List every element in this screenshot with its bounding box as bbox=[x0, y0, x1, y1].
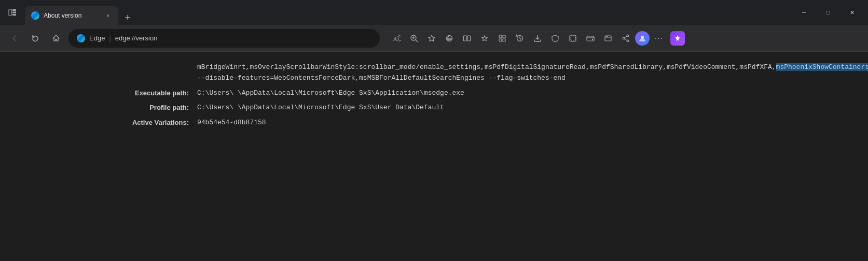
sidebar-toggle-button[interactable] bbox=[4, 4, 21, 21]
edge-wallet-button[interactable] bbox=[582, 30, 599, 47]
back-button[interactable] bbox=[6, 30, 23, 47]
svg-rect-12 bbox=[467, 36, 471, 41]
svg-rect-15 bbox=[499, 39, 502, 41]
minimize-button[interactable]: ─ bbox=[792, 4, 816, 21]
active-variations-row: Active Variations: 94b54e54-d8b87158 bbox=[21, 118, 847, 128]
address-field[interactable]: Edge | edge://version bbox=[68, 29, 380, 48]
read-aloud-button[interactable]: A bbox=[388, 30, 405, 47]
profile-avatar[interactable] bbox=[635, 31, 650, 46]
window-controls: ─ □ ✕ bbox=[792, 4, 864, 21]
browser-essentials-button[interactable] bbox=[441, 30, 458, 47]
active-variations-label: Active Variations: bbox=[21, 118, 197, 128]
flags-line1: mBridgeWinrt,msOverlayScrollbarWinStyle:… bbox=[197, 63, 776, 71]
tab-favicon bbox=[31, 11, 39, 20]
refresh-button[interactable] bbox=[27, 30, 44, 47]
profile-path-row: Profile path: C:\Users\ \AppData\Local\M… bbox=[21, 103, 847, 113]
tab-group: About version × + bbox=[25, 0, 135, 25]
more-button[interactable]: ··· bbox=[651, 30, 667, 47]
svg-point-24 bbox=[627, 35, 629, 37]
new-tab-button[interactable]: + bbox=[120, 10, 135, 25]
svg-line-6 bbox=[416, 40, 418, 42]
toolbar-icons: A bbox=[388, 30, 685, 47]
svg-point-23 bbox=[607, 36, 608, 37]
close-button[interactable]: ✕ bbox=[840, 4, 864, 21]
svg-point-20 bbox=[592, 38, 593, 39]
maximize-button[interactable]: □ bbox=[816, 4, 840, 21]
titlebar-left bbox=[4, 4, 21, 21]
svg-rect-18 bbox=[570, 35, 576, 41]
svg-rect-2 bbox=[12, 12, 16, 13]
collections-button[interactable] bbox=[494, 30, 511, 47]
svg-point-25 bbox=[627, 40, 629, 42]
svg-rect-13 bbox=[499, 35, 502, 38]
svg-line-27 bbox=[625, 36, 627, 38]
profile-path-value: C:\Users\ \AppData\Local\Microsoft\Edge … bbox=[197, 103, 847, 113]
browser-view-button[interactable] bbox=[600, 30, 616, 47]
svg-point-22 bbox=[606, 36, 607, 37]
address-url: edge://version bbox=[115, 34, 158, 42]
split-screen-button[interactable] bbox=[459, 30, 475, 47]
shield-button[interactable] bbox=[547, 30, 563, 47]
favorites-collection-button[interactable] bbox=[476, 30, 493, 47]
addressbar: Edge | edge://version A bbox=[0, 25, 868, 52]
svg-rect-19 bbox=[587, 36, 594, 41]
home-button[interactable] bbox=[48, 30, 64, 47]
svg-point-26 bbox=[623, 37, 625, 39]
edge-brand-label: Edge bbox=[89, 34, 105, 42]
tab-close-button[interactable]: × bbox=[104, 11, 112, 20]
svg-rect-1 bbox=[12, 9, 16, 11]
tab-about-version[interactable]: About version × bbox=[25, 6, 118, 25]
downloads-button[interactable] bbox=[529, 30, 546, 47]
profile-path-label: Profile path: bbox=[21, 103, 197, 113]
more-icon: ··· bbox=[655, 34, 663, 43]
zoom-button[interactable] bbox=[406, 30, 422, 47]
content-area: mBridgeWinrt,msOverlayScrollbarWinStyle:… bbox=[0, 52, 868, 261]
flags-text-block: mBridgeWinrt,msOverlayScrollbarWinStyle:… bbox=[197, 62, 847, 84]
svg-rect-16 bbox=[503, 39, 505, 41]
extensions-button[interactable] bbox=[564, 30, 581, 47]
executable-path-value: C:\Users\ \AppData\Local\Microsoft\Edge … bbox=[197, 88, 847, 99]
share-button[interactable] bbox=[617, 30, 634, 47]
tab-title: About version bbox=[44, 12, 100, 19]
executable-path-label: Executable path: bbox=[21, 88, 197, 99]
titlebar: About version × + ─ □ ✕ bbox=[0, 0, 868, 25]
svg-rect-0 bbox=[9, 9, 11, 16]
address-separator: | bbox=[109, 34, 111, 42]
svg-rect-14 bbox=[503, 35, 505, 38]
content-body: mBridgeWinrt,msOverlayScrollbarWinStyle:… bbox=[21, 62, 847, 133]
svg-rect-11 bbox=[464, 36, 467, 41]
edge-logo-icon bbox=[77, 34, 85, 42]
favorites-button[interactable] bbox=[423, 30, 440, 47]
flags-highlighted: msPhoenixShowContainersInEdge bbox=[776, 63, 868, 71]
executable-path-row: Executable path: C:\Users\ \AppData\Loca… bbox=[21, 88, 847, 99]
svg-rect-3 bbox=[12, 14, 16, 16]
svg-text:A: A bbox=[393, 36, 397, 42]
active-variations-value: 94b54e54-d8b87158 bbox=[197, 118, 847, 128]
svg-line-28 bbox=[625, 38, 627, 40]
history-button[interactable] bbox=[512, 30, 528, 47]
copilot-button[interactable] bbox=[670, 31, 685, 46]
